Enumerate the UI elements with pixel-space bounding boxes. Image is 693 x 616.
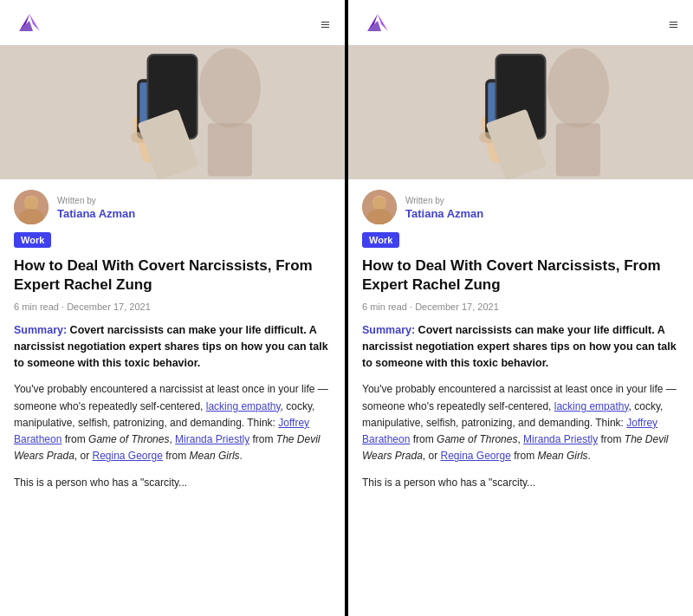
left-body3: from: [62, 433, 88, 445]
right-logo[interactable]: [362, 12, 393, 36]
right-body7: from: [511, 450, 538, 462]
left-article-meta: 6 min read · December 17, 2021: [14, 302, 331, 312]
svg-rect-19: [348, 45, 693, 179]
right-italic1: Game of Thrones: [437, 433, 517, 445]
left-italic1: Game of Thrones: [88, 433, 169, 445]
right-article-body: Work How to Deal With Covert Narcissists…: [348, 231, 693, 516]
left-article-title: How to Deal With Covert Narcissists, Fro…: [14, 256, 331, 295]
svg-point-26: [497, 86, 509, 100]
svg-rect-3: [0, 45, 345, 179]
right-article-summary: Summary: Covert narcissists can make you…: [362, 322, 679, 371]
right-panel: ≡: [345, 0, 693, 616]
right-body8: .: [588, 450, 591, 462]
right-author-info: Written by Tatiana Azman: [405, 195, 483, 220]
left-panel: ≡: [0, 0, 345, 616]
svg-point-13: [14, 190, 49, 224]
right-tag-work[interactable]: Work: [362, 232, 399, 248]
left-author-section: Written by Tatiana Azman: [0, 179, 345, 231]
right-hamburger-icon[interactable]: ≡: [669, 16, 679, 33]
left-link4[interactable]: Regina George: [92, 450, 162, 462]
left-hamburger-icon[interactable]: ≡: [321, 16, 331, 33]
right-link4[interactable]: Regina George: [440, 450, 510, 462]
svg-rect-9: [139, 82, 172, 132]
right-nav-bar: ≡: [348, 0, 693, 45]
right-author-name[interactable]: Tatiana Azman: [405, 207, 483, 220]
svg-point-15: [19, 214, 43, 224]
left-summary-label: Summary:: [14, 324, 67, 336]
right-written-by-label: Written by: [405, 195, 483, 207]
left-author-info: Written by Tatiana Azman: [57, 195, 135, 220]
left-body5: from: [249, 433, 276, 445]
svg-point-30: [372, 196, 386, 210]
right-summary-label: Summary:: [362, 324, 415, 336]
right-author-avatar: [362, 190, 397, 224]
svg-rect-27: [497, 100, 509, 117]
left-article-text: You've probably encountered a narcissist…: [14, 381, 331, 464]
svg-point-31: [367, 214, 392, 224]
svg-point-4: [199, 49, 261, 128]
svg-point-14: [24, 196, 38, 210]
right-body5: from: [598, 433, 625, 445]
left-hero-image: [0, 45, 345, 179]
screen-wrapper: ≡: [0, 0, 693, 616]
left-italic3: Mean Girls: [190, 450, 240, 462]
right-teaser: This is a person who has a "scarcity...: [362, 475, 679, 491]
left-author-name[interactable]: Tatiana Azman: [57, 207, 135, 220]
svg-point-20: [547, 49, 609, 128]
left-author-avatar: [14, 190, 49, 224]
svg-rect-7: [155, 118, 178, 164]
left-tag-work[interactable]: Work: [14, 232, 51, 248]
right-author-section: Written by Tatiana Azman: [348, 179, 693, 231]
right-link3[interactable]: Miranda Priestly: [523, 433, 598, 445]
svg-rect-12: [131, 132, 192, 142]
right-article-meta: 6 min read · December 17, 2021: [362, 302, 679, 312]
right-article-text: You've probably encountered a narcissist…: [362, 381, 679, 464]
right-body3: from: [410, 433, 437, 445]
left-body8: .: [240, 450, 243, 462]
svg-rect-5: [208, 123, 252, 176]
left-link1[interactable]: lacking empathy: [206, 400, 281, 412]
svg-point-10: [149, 86, 161, 100]
right-italic3: Mean Girls: [538, 450, 588, 462]
left-article-summary: Summary: Covert narcissists can make you…: [14, 322, 331, 371]
left-logo[interactable]: [14, 12, 45, 36]
left-body7: from: [163, 450, 190, 462]
left-link3[interactable]: Miranda Priestly: [175, 433, 249, 445]
left-written-by-label: Written by: [57, 195, 135, 207]
svg-rect-21: [556, 123, 600, 176]
svg-rect-23: [503, 118, 527, 164]
left-article-body: Work How to Deal With Covert Narcissists…: [0, 231, 345, 516]
left-teaser: This is a person who has a "scarcity...: [14, 475, 331, 491]
right-body6: , or: [423, 450, 441, 462]
right-link1[interactable]: lacking empathy: [554, 400, 629, 412]
svg-rect-11: [149, 100, 161, 117]
svg-rect-28: [479, 132, 541, 142]
left-body6: , or: [74, 450, 93, 462]
svg-rect-25: [488, 82, 520, 132]
right-hero-image: [348, 45, 693, 179]
left-nav-bar: ≡: [0, 0, 345, 45]
right-article-title: How to Deal With Covert Narcissists, Fro…: [362, 256, 679, 295]
svg-point-29: [362, 190, 397, 224]
